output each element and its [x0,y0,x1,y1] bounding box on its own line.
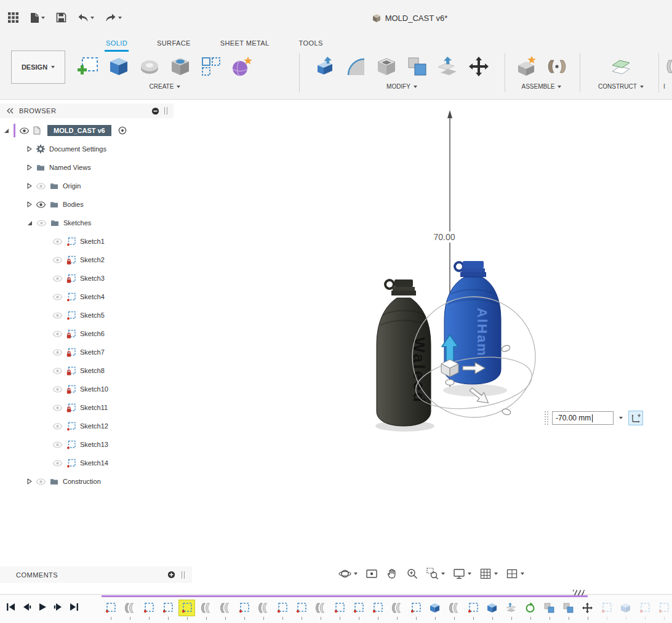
expanded-arrow-icon[interactable] [27,220,33,226]
visibility-eye-off-icon[interactable] [37,220,46,227]
viewports-button[interactable] [505,566,526,582]
browser-item-root[interactable]: MOLD_CAST v6 [0,123,137,138]
collapse-panel-icon[interactable] [6,108,14,114]
modify-group-label[interactable]: MODIFY [306,83,497,90]
timeline-feature-sketch[interactable] [599,600,614,616]
visibility-eye-off-icon[interactable] [36,478,46,485]
visibility-eye-off-icon[interactable] [53,294,62,300]
visibility-eye-off-icon[interactable] [53,386,62,393]
dimension-dropdown-button[interactable] [616,411,626,425]
panel-grip[interactable] [182,571,185,579]
timeline-feature-sketch[interactable] [179,600,194,616]
timeline-feature-offset[interactable] [503,600,519,616]
expanded-arrow-icon[interactable] [4,128,9,134]
browser-item-sketch14[interactable]: Sketch14 [0,456,118,470]
press-pull-button[interactable] [311,52,338,81]
visibility-eye-icon[interactable] [36,201,46,208]
timeline-strip[interactable] [102,595,672,623]
expand-arrow-icon[interactable] [27,201,32,207]
orbit-button[interactable] [337,566,359,582]
expand-arrow-icon[interactable] [27,146,32,152]
add-comment-icon[interactable] [167,571,175,579]
create-group-label[interactable]: CREATE [74,83,256,90]
timeline-feature-sketch[interactable] [351,600,366,616]
timeline-feature-revolve[interactable] [122,600,137,616]
timeline-feature-pattern[interactable] [522,600,538,616]
expand-arrow-icon[interactable] [27,183,32,189]
revolve-button[interactable] [136,52,163,81]
timeline-feature-extrude[interactable] [618,600,633,616]
expand-arrow-icon[interactable] [27,478,32,484]
browser-item-sketch8[interactable]: Sketch8 [0,363,114,378]
rectangular-pattern-button[interactable] [198,52,225,81]
visibility-eye-off-icon[interactable] [53,331,62,337]
visibility-eye-off-icon[interactable] [36,183,46,190]
visibility-eye-off-icon[interactable] [53,257,62,263]
timeline-feature-sketch[interactable] [236,600,252,616]
activate-radio-icon[interactable] [118,126,127,135]
create-sketch-button[interactable] [74,52,102,81]
browser-item-sketch13[interactable]: Sketch13 [0,437,118,452]
timeline-feature-move[interactable] [580,600,595,616]
joint-button[interactable] [543,52,570,81]
timeline-feature-sketch[interactable] [332,600,347,616]
browser-item-sketch10[interactable]: Sketch10 [0,382,118,396]
timeline-position-marker[interactable] [102,595,588,597]
browser-item-sketch2[interactable]: Sketch2 [0,252,114,267]
body-dark-bottle[interactable]: Waleed [377,279,431,426]
visibility-eye-icon[interactable] [20,127,29,134]
panel-grip[interactable] [164,107,167,115]
timeline-feature-sketch[interactable] [465,600,481,616]
grid-display-button[interactable] [478,566,499,582]
move-copy-button[interactable] [465,52,492,81]
browser-item-sketches[interactable]: Sketches [0,215,101,230]
visibility-eye-off-icon[interactable] [53,368,62,374]
tab-surface[interactable]: SURFACE [156,38,192,52]
timeline-feature-sketch[interactable] [408,600,423,616]
comments-panel[interactable]: COMMENTS [0,566,192,583]
visibility-eye-off-icon[interactable] [53,441,62,448]
browser-item-bodies[interactable]: Bodies [0,197,94,212]
inspect-group-label[interactable]: I [663,83,672,90]
shell-button[interactable] [373,52,400,81]
timeline-feature-sketch[interactable] [103,600,118,616]
timeline-feature-revolve[interactable] [255,600,271,616]
assemble-group-label[interactable]: ASSEMBLE [511,83,572,90]
timeline-feature-sketch[interactable] [370,600,385,616]
offset-face-button[interactable] [434,52,462,81]
browser-item-sketch3[interactable]: Sketch3 [0,271,114,286]
timeline-feature-revolve[interactable] [198,600,214,616]
zoom-button[interactable] [405,566,420,582]
measure-button[interactable] [663,52,672,81]
combine-button[interactable] [404,52,431,81]
dimension-value-input[interactable]: -70.00 mm [552,411,614,425]
step-back-button[interactable] [22,603,31,611]
timeline-feature-revolve[interactable] [313,600,328,616]
browser-item-document-settings[interactable]: Document Settings [0,142,116,156]
browser-item-sketch11[interactable]: Sketch11 [0,400,118,415]
timeline-feature-sketch[interactable] [294,600,309,616]
step-forward-button[interactable] [54,603,63,611]
window-zoom-button[interactable] [425,566,446,582]
browser-item-sketch1[interactable]: Sketch1 [0,234,114,249]
drag-grip[interactable] [544,411,550,425]
new-component-button[interactable] [513,52,540,81]
tab-sheet-metal[interactable]: SHEET METAL [219,38,271,52]
browser-item-named-views[interactable]: Named Views [0,160,101,175]
browser-item-origin[interactable]: Origin [0,179,90,193]
timeline-feature-combine[interactable] [561,600,576,616]
go-to-end-button[interactable] [70,603,79,611]
timeline-feature-revolve[interactable] [446,600,462,616]
tab-tools[interactable]: TOOLS [298,38,324,52]
timeline-feature-revolve[interactable] [217,600,233,616]
root-component-name[interactable]: MOLD_CAST v6 [47,125,111,136]
browser-item-sketch4[interactable]: Sketch4 [0,289,114,304]
box-button[interactable] [105,52,132,81]
visibility-eye-off-icon[interactable] [53,275,62,282]
timeline-feature-combine[interactable] [542,600,557,616]
visibility-eye-off-icon[interactable] [53,238,62,245]
collapse-all-icon[interactable] [151,107,159,115]
browser-item-sketch6[interactable]: Sketch6 [0,326,114,341]
offset-plane-button[interactable] [607,52,634,81]
timeline-feature-sketch[interactable] [160,600,175,616]
